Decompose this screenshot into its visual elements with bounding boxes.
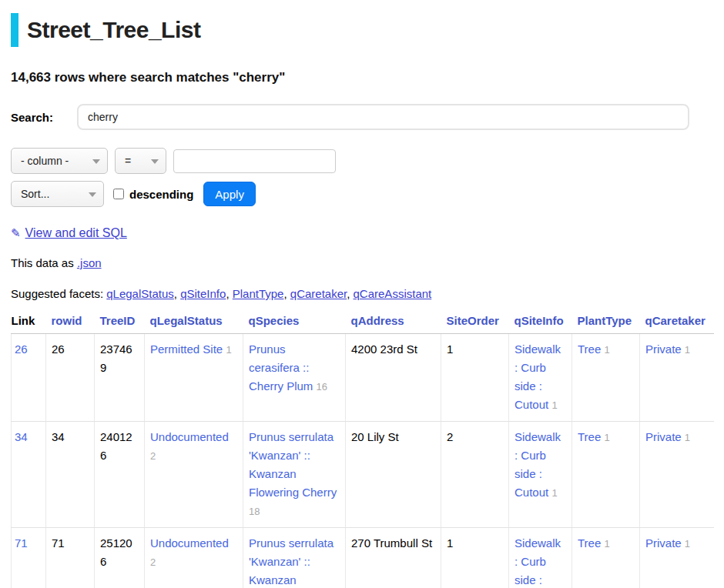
- table-row: 7171251206Undocumented 2Prunus serrulata…: [12, 528, 714, 588]
- results-table: LinkrowidTreeIDqLegalStatusqSpeciesqAddr…: [11, 311, 714, 588]
- table-cell: 34: [46, 422, 95, 528]
- table-cell: 240126: [95, 422, 145, 528]
- suggested-facets-row: Suggested facets: qLegalStatus, qSiteInf…: [11, 287, 713, 300]
- cell-link[interactable]: Prunus serrulata 'Kwanzan' :: Kwanzan Fl…: [249, 430, 337, 499]
- column-header-link-qLegalStatus[interactable]: qLegalStatus: [150, 314, 223, 327]
- table-cell: 2: [441, 422, 509, 528]
- cell-link[interactable]: Undocumented: [150, 536, 229, 550]
- view-edit-sql-link[interactable]: View and edit SQL: [25, 226, 127, 239]
- cell-text: 251206: [100, 536, 132, 568]
- column-header-qLegalStatus: qLegalStatus: [145, 311, 243, 334]
- cell-link[interactable]: Tree: [578, 536, 601, 550]
- column-header-TreeID: TreeID: [95, 311, 145, 334]
- facet-links: qLegalStatus, qSiteInfo, PlantType, qCar…: [106, 287, 431, 300]
- table-cell: Prunus serrulata 'Kwanzan' :: Kwanzan Fl…: [243, 528, 346, 588]
- apply-button[interactable]: Apply: [203, 182, 256, 206]
- facets-prefix: Suggested facets:: [11, 287, 106, 300]
- facet-count: 1: [685, 432, 690, 443]
- cell-text: 4200 23rd St: [351, 342, 417, 356]
- facet-count: 2: [150, 450, 156, 462]
- filter-operator-select[interactable]: =: [115, 148, 166, 174]
- facet-link-qSiteInfo[interactable]: qSiteInfo: [180, 287, 226, 300]
- facet-link-qLegalStatus[interactable]: qLegalStatus: [106, 287, 174, 300]
- filter-column-select-value: - column -: [21, 155, 69, 167]
- column-header-link-qAddress[interactable]: qAddress: [351, 314, 404, 327]
- search-form: Search:: [11, 104, 713, 130]
- table-cell: 26: [46, 334, 95, 422]
- facet-count: 1: [685, 344, 690, 356]
- facet-count: 2: [150, 556, 156, 568]
- chevron-down-icon: [92, 159, 100, 164]
- table-cell: Sidewalk: Curb side : Cutout 1: [509, 334, 572, 422]
- cell-link[interactable]: Prunus serrulata 'Kwanzan' :: Kwanzan Fl…: [249, 536, 337, 588]
- cell-link[interactable]: Private: [645, 342, 682, 356]
- table-row: 3434240126Undocumented 2Prunus serrulata…: [12, 422, 714, 528]
- table-cell: Tree 1: [572, 422, 640, 528]
- column-header-qAddress: qAddress: [346, 311, 441, 334]
- pencil-icon: ✎: [11, 226, 21, 239]
- cell-link[interactable]: Permitted Site: [150, 342, 223, 356]
- facet-link-PlantType[interactable]: PlantType: [233, 287, 284, 300]
- table-cell: Sidewalk: Curb side : Cutout 1: [509, 422, 572, 528]
- cell-link[interactable]: Private: [645, 430, 682, 443]
- facet-count: 1: [604, 344, 609, 356]
- facet-count: 1: [551, 487, 557, 499]
- table-cell: Tree 1: [572, 334, 640, 422]
- cell-link[interactable]: 34: [15, 430, 28, 443]
- column-header-link-qSiteInfo[interactable]: qSiteInfo: [515, 314, 564, 327]
- table-cell: 20 Lily St: [346, 422, 441, 528]
- column-header-SiteOrder: SiteOrder: [441, 311, 509, 334]
- column-header-link-TreeID[interactable]: TreeID: [100, 314, 136, 327]
- filter-value-input[interactable]: [173, 149, 336, 173]
- table-cell: Sidewalk: Curb side : Cutout 1: [509, 528, 572, 588]
- cell-text: 20 Lily St: [351, 430, 399, 443]
- data-export-row: This data as .json: [11, 256, 713, 269]
- table-cell: 34: [12, 422, 46, 528]
- cell-link[interactable]: 26: [15, 342, 28, 356]
- facet-count: 1: [604, 538, 609, 550]
- descending-label: descending: [129, 188, 193, 201]
- column-header-link-qSpecies[interactable]: qSpecies: [249, 314, 300, 327]
- sql-link-row: ✎View and edit SQL: [11, 226, 713, 240]
- cell-link[interactable]: Private: [645, 536, 682, 550]
- facet-count: 1: [685, 538, 690, 550]
- table-cell: Private 1: [640, 334, 714, 422]
- row-count-summary: 14,663 rows where search matches "cherry…: [11, 70, 713, 85]
- column-header-qSpecies: qSpecies: [243, 311, 346, 334]
- cell-link[interactable]: 71: [15, 536, 28, 550]
- column-header-link-PlantType[interactable]: PlantType: [578, 314, 632, 327]
- facet-count: 1: [226, 344, 231, 356]
- cell-link[interactable]: Tree: [578, 430, 601, 443]
- page-header: Street_Tree_List: [11, 13, 713, 47]
- cell-link[interactable]: Tree: [578, 342, 601, 356]
- column-header-link-rowid[interactable]: rowid: [52, 314, 82, 327]
- facet-link-qCareAssistant[interactable]: qCareAssistant: [354, 287, 432, 300]
- column-header-link-qCaretaker[interactable]: qCaretaker: [645, 314, 706, 327]
- filter-operator-select-value: =: [125, 155, 131, 167]
- column-header-rowid: rowid: [46, 311, 95, 334]
- column-header-link-SiteOrder[interactable]: SiteOrder: [447, 314, 499, 327]
- column-header-qSiteInfo: qSiteInfo: [509, 311, 572, 334]
- facet-link-qCaretaker[interactable]: qCaretaker: [290, 287, 347, 300]
- chevron-down-icon: [151, 159, 159, 164]
- json-export-link[interactable]: .json: [77, 256, 102, 269]
- facet-count: 1: [604, 432, 609, 443]
- page: Street_Tree_List 14,663 rows where searc…: [0, 0, 724, 588]
- cell-link[interactable]: Sidewalk: Curb side : Cutout: [515, 536, 561, 588]
- column-header-Link: Link: [12, 311, 46, 334]
- cell-text: 237469: [100, 342, 132, 374]
- filter-column-select[interactable]: - column -: [11, 148, 108, 174]
- cell-link[interactable]: Prunus cerasifera :: Cherry Plum: [249, 342, 313, 393]
- cell-link[interactable]: Undocumented: [150, 430, 229, 443]
- sort-select-value: Sort...: [21, 188, 49, 200]
- cell-text: 240126: [100, 430, 132, 462]
- search-input[interactable]: [77, 104, 689, 130]
- table-cell: Private 1: [640, 528, 714, 588]
- sort-select[interactable]: Sort...: [11, 181, 104, 207]
- table-cell: Tree 1: [572, 528, 640, 588]
- table-cell: 71: [12, 528, 46, 588]
- descending-checkbox[interactable]: [113, 189, 124, 199]
- cell-text: 26: [52, 342, 65, 356]
- cell-text: 34: [52, 430, 65, 443]
- column-header-PlantType: PlantType: [572, 311, 640, 334]
